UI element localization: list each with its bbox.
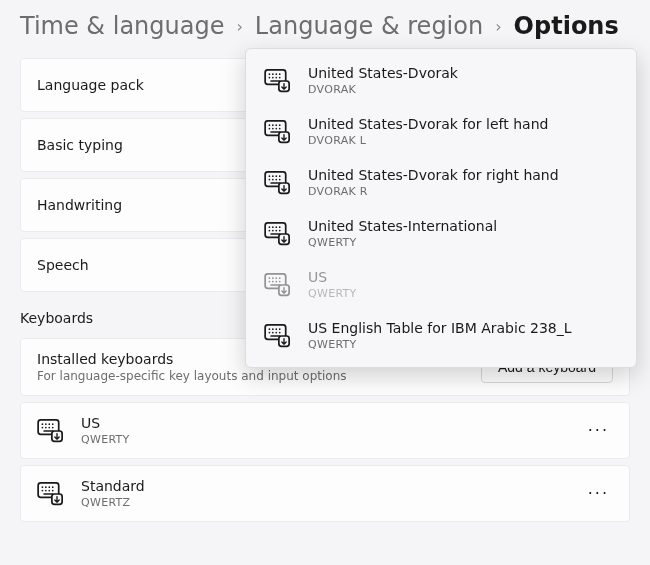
flyout-item-name: United States-International (308, 218, 497, 234)
keyboard-icon (264, 171, 292, 195)
flyout-item-layout: QWERTY (308, 236, 497, 249)
flyout-item[interactable]: United States-International QWERTY (246, 208, 636, 259)
keyboard-icon (264, 120, 292, 144)
feature-label: Language pack (37, 77, 144, 93)
keyboard-icon (37, 419, 65, 443)
flyout-item-layout: QWERTY (308, 287, 357, 300)
installed-subtitle: For language-specific key layouts and in… (37, 369, 347, 383)
more-button[interactable]: ··· (584, 417, 613, 444)
flyout-item-name: United States-Dvorak (308, 65, 458, 81)
keyboard-icon (264, 69, 292, 93)
flyout-item[interactable]: United States-Dvorak DVORAK (246, 55, 636, 106)
breadcrumb-time-language[interactable]: Time & language (20, 12, 224, 40)
keyboard-icon (264, 222, 292, 246)
flyout-item-layout: DVORAK L (308, 134, 548, 147)
keyboard-row[interactable]: US QWERTY ··· (20, 402, 630, 459)
keyboard-row[interactable]: Standard QWERTZ ··· (20, 465, 630, 522)
flyout-item-layout: QWERTY (308, 338, 572, 351)
keyboard-icon (37, 482, 65, 506)
feature-label: Basic typing (37, 137, 123, 153)
keyboard-icon (264, 273, 292, 297)
keyboard-layout: QWERTZ (81, 496, 145, 509)
flyout-item-name: US (308, 269, 357, 285)
feature-label: Speech (37, 257, 89, 273)
chevron-right-icon: › (236, 17, 242, 36)
keyboard-name: US (81, 415, 130, 431)
keyboard-layout-flyout[interactable]: United States-Dvorak DVORAK United State… (245, 48, 637, 368)
flyout-item[interactable]: United States-Dvorak for left hand DVORA… (246, 106, 636, 157)
flyout-item[interactable]: US English Table for IBM Arabic 238_L QW… (246, 310, 636, 361)
flyout-item-layout: DVORAK R (308, 185, 559, 198)
keyboard-layout: QWERTY (81, 433, 130, 446)
breadcrumb-options: Options (514, 12, 619, 40)
flyout-item-disabled: US QWERTY (246, 259, 636, 310)
flyout-item-name: US English Table for IBM Arabic 238_L (308, 320, 572, 336)
flyout-item-name: United States-Dvorak for left hand (308, 116, 548, 132)
keyboard-name: Standard (81, 478, 145, 494)
flyout-item-name: United States-Dvorak for right hand (308, 167, 559, 183)
flyout-item-layout: DVORAK (308, 83, 458, 96)
more-button[interactable]: ··· (584, 480, 613, 507)
breadcrumb: Time & language › Language & region › Op… (20, 12, 630, 40)
feature-label: Handwriting (37, 197, 122, 213)
chevron-right-icon: › (495, 17, 501, 36)
breadcrumb-language-region[interactable]: Language & region (255, 12, 483, 40)
flyout-item[interactable]: United States-Dvorak for right hand DVOR… (246, 157, 636, 208)
keyboard-icon (264, 324, 292, 348)
